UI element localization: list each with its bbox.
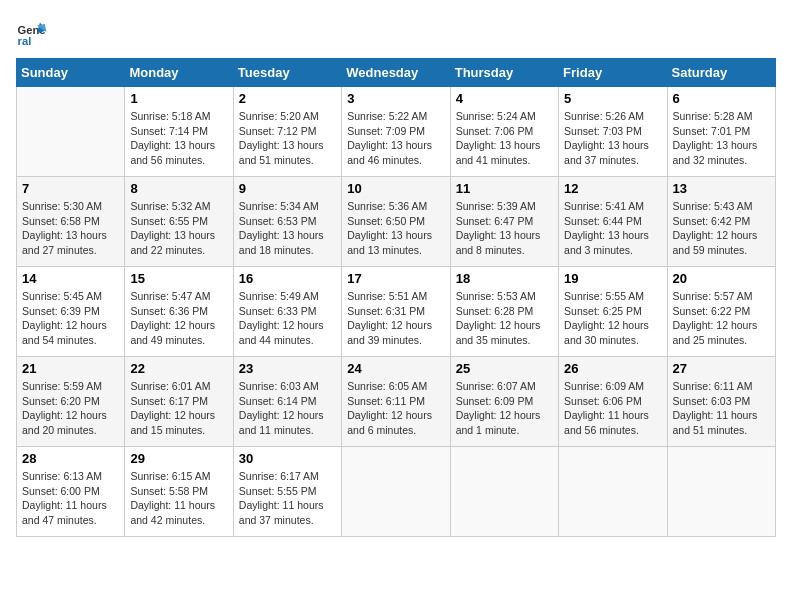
day-detail: Sunrise: 6:05 AM Sunset: 6:11 PM Dayligh…	[347, 379, 444, 438]
day-number: 7	[22, 181, 119, 196]
day-detail: Sunrise: 5:53 AM Sunset: 6:28 PM Dayligh…	[456, 289, 553, 348]
day-number: 8	[130, 181, 227, 196]
day-number: 10	[347, 181, 444, 196]
calendar-cell	[17, 87, 125, 177]
day-detail: Sunrise: 6:09 AM Sunset: 6:06 PM Dayligh…	[564, 379, 661, 438]
calendar-cell: 22Sunrise: 6:01 AM Sunset: 6:17 PM Dayli…	[125, 357, 233, 447]
calendar-cell: 5Sunrise: 5:26 AM Sunset: 7:03 PM Daylig…	[559, 87, 667, 177]
calendar-cell: 14Sunrise: 5:45 AM Sunset: 6:39 PM Dayli…	[17, 267, 125, 357]
day-number: 11	[456, 181, 553, 196]
day-number: 6	[673, 91, 770, 106]
svg-text:ral: ral	[18, 35, 32, 47]
day-detail: Sunrise: 5:51 AM Sunset: 6:31 PM Dayligh…	[347, 289, 444, 348]
day-number: 19	[564, 271, 661, 286]
calendar-cell: 4Sunrise: 5:24 AM Sunset: 7:06 PM Daylig…	[450, 87, 558, 177]
day-detail: Sunrise: 5:26 AM Sunset: 7:03 PM Dayligh…	[564, 109, 661, 168]
day-number: 4	[456, 91, 553, 106]
day-number: 12	[564, 181, 661, 196]
calendar-cell: 1Sunrise: 5:18 AM Sunset: 7:14 PM Daylig…	[125, 87, 233, 177]
calendar-cell: 29Sunrise: 6:15 AM Sunset: 5:58 PM Dayli…	[125, 447, 233, 537]
calendar-cell: 26Sunrise: 6:09 AM Sunset: 6:06 PM Dayli…	[559, 357, 667, 447]
day-number: 20	[673, 271, 770, 286]
day-number: 21	[22, 361, 119, 376]
calendar-header-row: SundayMondayTuesdayWednesdayThursdayFrid…	[17, 59, 776, 87]
col-header-monday: Monday	[125, 59, 233, 87]
calendar-cell: 9Sunrise: 5:34 AM Sunset: 6:53 PM Daylig…	[233, 177, 341, 267]
calendar-cell: 8Sunrise: 5:32 AM Sunset: 6:55 PM Daylig…	[125, 177, 233, 267]
day-number: 16	[239, 271, 336, 286]
day-detail: Sunrise: 6:01 AM Sunset: 6:17 PM Dayligh…	[130, 379, 227, 438]
day-number: 27	[673, 361, 770, 376]
calendar-cell: 10Sunrise: 5:36 AM Sunset: 6:50 PM Dayli…	[342, 177, 450, 267]
col-header-friday: Friday	[559, 59, 667, 87]
day-detail: Sunrise: 5:32 AM Sunset: 6:55 PM Dayligh…	[130, 199, 227, 258]
day-detail: Sunrise: 6:15 AM Sunset: 5:58 PM Dayligh…	[130, 469, 227, 528]
day-number: 23	[239, 361, 336, 376]
day-number: 18	[456, 271, 553, 286]
calendar-cell: 7Sunrise: 5:30 AM Sunset: 6:58 PM Daylig…	[17, 177, 125, 267]
day-number: 29	[130, 451, 227, 466]
calendar-week-row: 1Sunrise: 5:18 AM Sunset: 7:14 PM Daylig…	[17, 87, 776, 177]
day-detail: Sunrise: 5:49 AM Sunset: 6:33 PM Dayligh…	[239, 289, 336, 348]
day-detail: Sunrise: 5:30 AM Sunset: 6:58 PM Dayligh…	[22, 199, 119, 258]
day-number: 14	[22, 271, 119, 286]
day-detail: Sunrise: 5:47 AM Sunset: 6:36 PM Dayligh…	[130, 289, 227, 348]
page-header: Gene ral	[16, 16, 776, 48]
calendar-cell: 12Sunrise: 5:41 AM Sunset: 6:44 PM Dayli…	[559, 177, 667, 267]
day-number: 26	[564, 361, 661, 376]
calendar-cell: 3Sunrise: 5:22 AM Sunset: 7:09 PM Daylig…	[342, 87, 450, 177]
col-header-sunday: Sunday	[17, 59, 125, 87]
day-number: 13	[673, 181, 770, 196]
col-header-wednesday: Wednesday	[342, 59, 450, 87]
day-detail: Sunrise: 5:18 AM Sunset: 7:14 PM Dayligh…	[130, 109, 227, 168]
day-detail: Sunrise: 5:34 AM Sunset: 6:53 PM Dayligh…	[239, 199, 336, 258]
calendar-cell: 18Sunrise: 5:53 AM Sunset: 6:28 PM Dayli…	[450, 267, 558, 357]
col-header-thursday: Thursday	[450, 59, 558, 87]
day-detail: Sunrise: 5:59 AM Sunset: 6:20 PM Dayligh…	[22, 379, 119, 438]
calendar-cell: 20Sunrise: 5:57 AM Sunset: 6:22 PM Dayli…	[667, 267, 775, 357]
day-detail: Sunrise: 5:22 AM Sunset: 7:09 PM Dayligh…	[347, 109, 444, 168]
calendar-cell: 15Sunrise: 5:47 AM Sunset: 6:36 PM Dayli…	[125, 267, 233, 357]
day-number: 3	[347, 91, 444, 106]
calendar-cell: 30Sunrise: 6:17 AM Sunset: 5:55 PM Dayli…	[233, 447, 341, 537]
calendar-cell	[667, 447, 775, 537]
calendar-cell: 6Sunrise: 5:28 AM Sunset: 7:01 PM Daylig…	[667, 87, 775, 177]
col-header-saturday: Saturday	[667, 59, 775, 87]
day-detail: Sunrise: 5:57 AM Sunset: 6:22 PM Dayligh…	[673, 289, 770, 348]
day-detail: Sunrise: 5:39 AM Sunset: 6:47 PM Dayligh…	[456, 199, 553, 258]
col-header-tuesday: Tuesday	[233, 59, 341, 87]
day-detail: Sunrise: 5:55 AM Sunset: 6:25 PM Dayligh…	[564, 289, 661, 348]
calendar-cell: 19Sunrise: 5:55 AM Sunset: 6:25 PM Dayli…	[559, 267, 667, 357]
calendar-cell: 27Sunrise: 6:11 AM Sunset: 6:03 PM Dayli…	[667, 357, 775, 447]
day-detail: Sunrise: 5:28 AM Sunset: 7:01 PM Dayligh…	[673, 109, 770, 168]
calendar-cell: 2Sunrise: 5:20 AM Sunset: 7:12 PM Daylig…	[233, 87, 341, 177]
calendar-cell: 25Sunrise: 6:07 AM Sunset: 6:09 PM Dayli…	[450, 357, 558, 447]
calendar-cell: 17Sunrise: 5:51 AM Sunset: 6:31 PM Dayli…	[342, 267, 450, 357]
day-detail: Sunrise: 6:17 AM Sunset: 5:55 PM Dayligh…	[239, 469, 336, 528]
day-number: 15	[130, 271, 227, 286]
calendar-cell: 21Sunrise: 5:59 AM Sunset: 6:20 PM Dayli…	[17, 357, 125, 447]
calendar-cell: 23Sunrise: 6:03 AM Sunset: 6:14 PM Dayli…	[233, 357, 341, 447]
calendar-cell	[559, 447, 667, 537]
calendar-week-row: 14Sunrise: 5:45 AM Sunset: 6:39 PM Dayli…	[17, 267, 776, 357]
calendar-cell: 13Sunrise: 5:43 AM Sunset: 6:42 PM Dayli…	[667, 177, 775, 267]
day-number: 25	[456, 361, 553, 376]
day-number: 24	[347, 361, 444, 376]
day-detail: Sunrise: 6:11 AM Sunset: 6:03 PM Dayligh…	[673, 379, 770, 438]
calendar-cell	[342, 447, 450, 537]
calendar-week-row: 28Sunrise: 6:13 AM Sunset: 6:00 PM Dayli…	[17, 447, 776, 537]
day-number: 17	[347, 271, 444, 286]
calendar-cell: 28Sunrise: 6:13 AM Sunset: 6:00 PM Dayli…	[17, 447, 125, 537]
calendar-cell: 11Sunrise: 5:39 AM Sunset: 6:47 PM Dayli…	[450, 177, 558, 267]
day-detail: Sunrise: 5:24 AM Sunset: 7:06 PM Dayligh…	[456, 109, 553, 168]
day-number: 1	[130, 91, 227, 106]
day-detail: Sunrise: 6:03 AM Sunset: 6:14 PM Dayligh…	[239, 379, 336, 438]
day-detail: Sunrise: 5:43 AM Sunset: 6:42 PM Dayligh…	[673, 199, 770, 258]
day-number: 5	[564, 91, 661, 106]
day-detail: Sunrise: 6:07 AM Sunset: 6:09 PM Dayligh…	[456, 379, 553, 438]
day-detail: Sunrise: 5:41 AM Sunset: 6:44 PM Dayligh…	[564, 199, 661, 258]
calendar-table: SundayMondayTuesdayWednesdayThursdayFrid…	[16, 58, 776, 537]
calendar-cell: 16Sunrise: 5:49 AM Sunset: 6:33 PM Dayli…	[233, 267, 341, 357]
calendar-cell	[450, 447, 558, 537]
day-detail: Sunrise: 5:20 AM Sunset: 7:12 PM Dayligh…	[239, 109, 336, 168]
